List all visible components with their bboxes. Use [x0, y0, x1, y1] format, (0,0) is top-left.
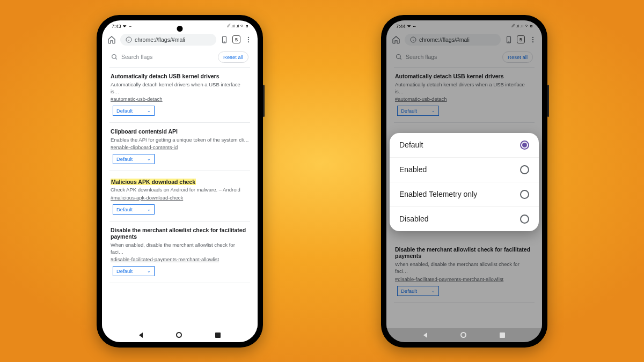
flag-desc: When enabled, disable the merchant allow…: [395, 261, 533, 275]
flag-select-dropdown[interactable]: Default⌄: [397, 286, 439, 296]
nav-bar: [386, 328, 542, 342]
radio-icon: [520, 190, 529, 199]
flag-title: Disable the merchant allowlist check for…: [395, 246, 533, 259]
clock: 7:43: [112, 24, 121, 29]
search-input[interactable]: Search flags: [406, 54, 437, 60]
chevron-down-icon: ⌄: [431, 108, 435, 113]
url-text: chrome://flags/#mali: [419, 36, 470, 43]
status-network: ␥ .ıl .ıl ᯤ ▣: [511, 24, 532, 29]
option-label: Enabled Telemetry only: [399, 190, 477, 198]
option-label: Default: [399, 141, 423, 149]
flag-anchor-link[interactable]: #automatic-usb-detach: [111, 96, 249, 102]
home-icon[interactable]: [392, 35, 400, 44]
radio-selected-icon: [520, 141, 529, 150]
option-enabled-telemetry[interactable]: Enabled Telemetry only: [390, 182, 539, 207]
svg-point-17: [532, 41, 533, 42]
phone-left: 7:43 ⏷ ⋯ ␥ .ıl .ıl ᯤ ▣ chrome://flags/#m…: [97, 15, 263, 348]
flag-anchor-link[interactable]: #disable-facilitated-payments-merchant-a…: [395, 276, 533, 282]
status-extras: ⏷ ⋯: [407, 24, 416, 29]
url-text: chrome://flags/#mali: [135, 36, 185, 43]
svg-point-18: [397, 54, 401, 58]
flag-item-clipboard: Clipboard contentsId API Enables the API…: [109, 123, 250, 171]
url-field[interactable]: chrome://flags/#mali: [120, 34, 216, 46]
flag-title-highlighted: Malicious APK download check: [111, 179, 196, 185]
info-icon: [410, 36, 416, 43]
flag-title: Disable the merchant allowlist check for…: [111, 227, 249, 240]
reset-all-button[interactable]: Reset all: [502, 51, 533, 63]
flag-item-merchant-allowlist: Disable the merchant allowlist check for…: [109, 221, 250, 284]
home-button-icon[interactable]: [460, 332, 466, 338]
flag-desc: Automatically detach kernel drivers when…: [395, 81, 533, 95]
svg-point-6: [248, 39, 249, 40]
flag-item-malicious-apk: Malicious APK download check Check APK d…: [109, 171, 250, 221]
tab-count-button[interactable]: 5: [232, 35, 240, 43]
flag-desc: Enables the API for getting a unique tok…: [111, 136, 249, 143]
svg-line-19: [400, 58, 401, 60]
chevron-down-icon: ⌄: [147, 207, 151, 212]
back-button-icon[interactable]: [139, 333, 143, 338]
flag-options-popup: Default Enabled Enabled Telemetry only D…: [390, 133, 539, 231]
status-network: ␥ .ıl .ıl ᯤ ▣: [227, 24, 248, 29]
info-icon: [126, 36, 132, 43]
kebab-menu-icon[interactable]: [529, 36, 537, 43]
flag-anchor-link[interactable]: #automatic-usb-detach: [395, 96, 533, 102]
flag-select-dropdown[interactable]: Default⌄: [113, 266, 155, 276]
home-icon[interactable]: [107, 35, 116, 44]
option-enabled[interactable]: Enabled: [390, 158, 539, 182]
option-label: Disabled: [399, 215, 428, 223]
search-icon: [396, 54, 402, 61]
search-input[interactable]: Search flags: [121, 54, 152, 60]
send-to-device-icon[interactable]: [505, 36, 513, 43]
page-content: Search flags Reset all Automatically det…: [102, 48, 258, 328]
url-field[interactable]: chrome://flags/#mali: [405, 34, 501, 46]
recents-button-icon[interactable]: [500, 333, 505, 338]
flag-desc: When enabled, disable the merchant allow…: [111, 241, 249, 256]
address-bar: chrome://flags/#mali 5: [386, 31, 542, 48]
clock: 7:44: [396, 24, 406, 29]
flag-title: Automatically detach USB kernel drivers: [395, 73, 533, 79]
svg-point-15: [532, 36, 533, 38]
flag-item: Automatically detach USB kernel drivers …: [394, 68, 535, 123]
status-extras: ⏷ ⋯: [122, 24, 131, 29]
svg-point-7: [248, 41, 249, 42]
svg-point-16: [532, 39, 533, 40]
flag-anchor-link[interactable]: #enable-clipboard-contents-id: [111, 144, 249, 150]
flag-select-dropdown[interactable]: Default⌄: [113, 106, 155, 116]
chevron-down-icon: ⌄: [147, 108, 151, 113]
flag-anchor-link[interactable]: #malicious-apk-download-check: [111, 195, 249, 201]
send-to-device-icon[interactable]: [221, 36, 228, 43]
kebab-menu-icon[interactable]: [245, 36, 252, 43]
flag-title: Automatically detach USB kernel drivers: [111, 73, 249, 79]
address-bar: chrome://flags/#mali 5: [102, 31, 258, 48]
chevron-down-icon: ⌄: [147, 157, 151, 161]
flag-desc: Check APK downloads on Android for malwa…: [111, 186, 249, 193]
tab-count-button[interactable]: 5: [517, 35, 525, 43]
svg-point-5: [248, 36, 249, 38]
svg-point-8: [112, 54, 116, 58]
svg-line-9: [115, 58, 117, 60]
camera-notch: [177, 26, 183, 32]
option-default[interactable]: Default: [390, 133, 539, 158]
flag-select-dropdown[interactable]: Default⌄: [113, 204, 155, 215]
option-label: Enabled: [399, 165, 427, 174]
chevron-down-icon: ⌄: [431, 289, 435, 293]
reset-all-button[interactable]: Reset all: [218, 51, 248, 63]
flag-select-dropdown[interactable]: Default⌄: [113, 154, 155, 164]
recents-button-icon[interactable]: [215, 333, 221, 338]
flag-anchor-link[interactable]: #disable-facilitated-payments-merchant-a…: [111, 256, 249, 262]
nav-bar: [102, 328, 258, 342]
status-bar: 7:44 ⏷ ⋯ ␥ .ıl .ıl ᯤ ▣: [386, 20, 542, 31]
flag-title: Clipboard contentsId API: [111, 128, 249, 135]
flag-select-dropdown[interactable]: Default⌄: [397, 106, 439, 116]
flag-item-usb-detach: Automatically detach USB kernel drivers …: [109, 68, 250, 123]
search-icon: [111, 54, 118, 61]
home-button-icon[interactable]: [176, 332, 182, 338]
phone-right: 7:44 ⏷ ⋯ ␥ .ıl .ıl ᯤ ▣ chrome://flags/#m…: [381, 15, 547, 348]
option-disabled[interactable]: Disabled: [390, 207, 539, 231]
chevron-down-icon: ⌄: [147, 269, 151, 274]
radio-icon: [520, 215, 529, 224]
radio-icon: [520, 165, 529, 174]
flag-desc: Automatically detach kernel drivers when…: [111, 81, 249, 95]
flag-item: Disable the merchant allowlist check for…: [394, 241, 535, 303]
back-button-icon[interactable]: [423, 333, 427, 338]
